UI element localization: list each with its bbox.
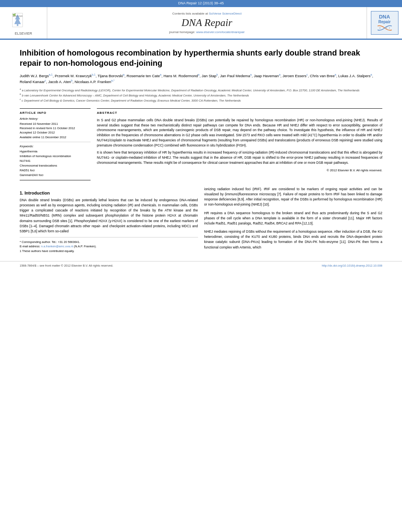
abstract-section: ABSTRACT In S and G2 phase mammalian cel… bbox=[97, 108, 382, 172]
body-content: 1. Introduction DNA double strand breaks… bbox=[20, 187, 382, 253]
keyword-nu7441: NU7441 bbox=[20, 159, 91, 163]
keywords-title: Keywords: bbox=[20, 145, 91, 148]
dna-repair-logo-area: DNA Repair bbox=[367, 7, 402, 39]
footnotes-area: * Corresponding author. Tel.: +31 20 566… bbox=[20, 237, 198, 253]
body-right-column: ionizing radiation induced foci (IRIF). … bbox=[204, 187, 383, 253]
keyword-rad51: RAD51 foci bbox=[20, 168, 91, 173]
homepage-link[interactable]: www.elsevier.com/locate/dnarepair bbox=[196, 30, 245, 34]
article-info-box: ARTICLE INFO Article history: Received 1… bbox=[20, 108, 91, 180]
elsevier-logo-area: 🌿 ELSEVIER ELSEVIER bbox=[0, 7, 47, 39]
journal-citation: DNA Repair 12 (2013) 38–45 bbox=[178, 1, 224, 5]
footnote-corresponding: * Corresponding author. Tel.: +31 20 566… bbox=[20, 240, 198, 244]
doi-link[interactable]: http://dx.doi.org/10.1016/j.dnarep.2012.… bbox=[322, 264, 382, 267]
page-bottom-bar: 1568-7864/$ – see front matter © 2012 El… bbox=[0, 261, 402, 270]
body-left-column: 1. Introduction DNA double strand breaks… bbox=[20, 187, 198, 253]
email-link[interactable]: n.a.franken@amc.uva.nl bbox=[41, 245, 73, 248]
journal-name: DNA Repair bbox=[182, 17, 232, 29]
intro-paragraph-3: HR requires a DNA sequence homologous to… bbox=[204, 211, 383, 226]
affiliation-b: b b van Leeuwenhoek Centre for Advanced … bbox=[20, 93, 382, 98]
history-title: Article history: bbox=[20, 117, 91, 120]
authors-line: Judith W.J. Bergsa,1, Przemek M. Krawczy… bbox=[20, 73, 382, 85]
intro-section-title: 1. Introduction bbox=[20, 191, 198, 195]
abstract-text: In S and G2 phase mammalian cells DNA do… bbox=[97, 118, 382, 165]
keyword-hyperthermia: Hyperthermia bbox=[20, 149, 91, 154]
abstract-paragraph-1: In S and G2 phase mammalian cells DNA do… bbox=[97, 118, 382, 148]
keyword-gammah2ax: GammaH2AX foci bbox=[20, 173, 91, 178]
svg-rect-5 bbox=[17, 24, 19, 26]
intro-paragraph-1: DNA double strand breaks (DSBs) are pote… bbox=[20, 198, 198, 234]
abstract-paragraph-2: It is shown here that temporary inhibiti… bbox=[97, 150, 382, 165]
intro-paragraph-4: NHEJ mediates rejoining of DSBs without … bbox=[204, 229, 383, 250]
info-divider bbox=[20, 142, 91, 142]
journal-citation-bar: DNA Repair 12 (2013) 38–45 bbox=[0, 0, 402, 6]
journal-header: 🌿 ELSEVIER ELSEVIER Contents lists avail… bbox=[0, 6, 402, 39]
main-content: Inhibition of homologous recombination b… bbox=[0, 40, 402, 261]
dna-helix-icon bbox=[377, 24, 393, 32]
copyright-notice: © 2012 Elsevier B.V. All rights reserved… bbox=[97, 169, 382, 172]
body-right-text: ionizing radiation induced foci (IRIF). … bbox=[204, 187, 383, 250]
elsevier-logo-svg: 🌿 ELSEVIER bbox=[11, 11, 36, 30]
journal-title-area: Contents lists available at SciVerse Sci… bbox=[47, 7, 367, 39]
sciverse-info: Contents lists available at SciVerse Sci… bbox=[172, 12, 241, 15]
abstract-column: ABSTRACT In S and G2 phase mammalian cel… bbox=[97, 108, 382, 180]
journal-homepage: journal homepage: www.elsevier.com/locat… bbox=[169, 30, 245, 34]
intro-paragraph-2: ionizing radiation induced foci (IRIF). … bbox=[204, 187, 383, 208]
info-abstract-area: ARTICLE INFO Article history: Received 1… bbox=[20, 108, 382, 180]
footnote-email: E-mail address: n.a.franken@amc.uva.nl (… bbox=[20, 244, 198, 248]
keyword-chromosomal: Chromosomal translocations bbox=[20, 163, 91, 168]
article-info-column: ARTICLE INFO Article history: Received 1… bbox=[20, 108, 91, 180]
dna-repair-logo-box: DNA Repair bbox=[371, 11, 398, 35]
body-left-text: DNA double strand breaks (DSBs) are pote… bbox=[20, 198, 198, 234]
abstract-title: ABSTRACT bbox=[97, 108, 382, 115]
revised-date: Received in revised form 11 October 2012 bbox=[20, 126, 91, 130]
issn-line: 1568-7864/$ – see front matter © 2012 El… bbox=[20, 264, 113, 267]
keyword-hr-inhibition: Inhibition of homologous recombination bbox=[20, 154, 91, 159]
affiliation-a: a a Laboratory for Experimental Oncology… bbox=[20, 87, 382, 93]
article-info-title: ARTICLE INFO bbox=[20, 111, 91, 115]
available-date: Available online 11 December 2012 bbox=[20, 135, 91, 139]
affiliations: a a Laboratory for Experimental Oncology… bbox=[20, 87, 382, 103]
affiliation-c: c c Department of Cell Biology & Genetic… bbox=[20, 98, 382, 103]
sciverse-link-text[interactable]: SciVerse ScienceDirect bbox=[209, 12, 241, 15]
elsevier-brand-name: ELSEVIER bbox=[15, 32, 32, 35]
article-title: Inhibition of homologous recombination b… bbox=[20, 48, 382, 68]
accepted-date: Accepted 12 October 2012 bbox=[20, 130, 91, 135]
received-date: Received 10 November 2011 bbox=[20, 122, 91, 126]
footnote-equal-contrib: 1 These authors have contributed equally… bbox=[20, 249, 198, 253]
